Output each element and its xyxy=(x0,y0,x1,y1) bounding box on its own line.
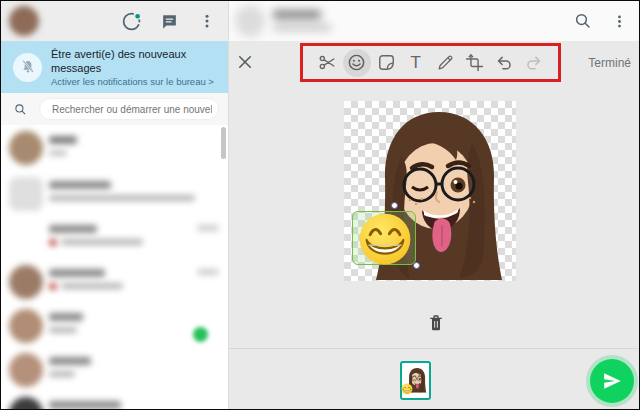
sidebar-scrollbar[interactable] xyxy=(221,127,226,159)
thumbnail-emoji xyxy=(401,383,413,395)
contact-info-blurred[interactable] xyxy=(233,3,333,39)
send-button[interactable] xyxy=(590,359,634,403)
menu-kebab-icon[interactable] xyxy=(196,10,218,32)
contact-avatar xyxy=(235,5,265,37)
trash-icon[interactable] xyxy=(425,311,447,335)
editor-toolbar: T xyxy=(229,41,640,85)
emoji-tool-icon[interactable] xyxy=(343,49,371,77)
search-row xyxy=(1,93,228,125)
search-icon xyxy=(14,102,27,120)
redo-icon[interactable] xyxy=(520,49,548,77)
chat-list xyxy=(1,125,228,410)
conversation-header xyxy=(229,1,640,41)
grinning-emoji-sticker[interactable] xyxy=(357,211,413,267)
list-item[interactable] xyxy=(1,127,228,171)
text-tool-icon[interactable]: T xyxy=(402,49,430,77)
emoji-sticker-selection[interactable] xyxy=(352,211,416,265)
search-input[interactable] xyxy=(52,99,212,119)
new-chat-icon[interactable] xyxy=(158,10,180,32)
list-item[interactable] xyxy=(1,173,228,217)
main-panel: T xyxy=(228,1,640,410)
rotate-handle[interactable] xyxy=(391,202,398,209)
list-item[interactable] xyxy=(1,305,228,349)
sidebar: Être averti(e) des nouveaux messages Act… xyxy=(1,1,228,410)
bell-muted-icon xyxy=(13,53,42,82)
undo-icon[interactable] xyxy=(490,49,518,77)
whatsapp-web-window: Être averti(e) des nouveaux messages Act… xyxy=(0,0,640,410)
list-item[interactable] xyxy=(1,261,228,305)
close-icon[interactable] xyxy=(236,53,254,71)
avatar[interactable] xyxy=(9,6,39,36)
list-item[interactable] xyxy=(1,349,228,393)
search-icon[interactable] xyxy=(572,10,594,32)
send-icon xyxy=(601,370,623,392)
menu-kebab-icon[interactable] xyxy=(608,10,630,32)
resize-handle[interactable] xyxy=(413,262,420,269)
banner-subtitle[interactable]: Activer les notifications sur le bureau … xyxy=(51,76,228,88)
notifications-banner[interactable]: Être averti(e) des nouveaux messages Act… xyxy=(1,41,228,93)
crop-rotate-icon[interactable] xyxy=(461,49,489,77)
list-item[interactable] xyxy=(1,217,228,261)
list-item[interactable] xyxy=(1,393,228,410)
draw-pencil-icon[interactable] xyxy=(431,49,459,77)
toolbar-highlight-frame: T xyxy=(300,43,561,82)
sidebar-header xyxy=(1,1,228,41)
done-button[interactable]: Terminé xyxy=(588,41,631,85)
attachment-thumbnail[interactable] xyxy=(400,361,431,400)
cut-scissors-icon[interactable] xyxy=(313,49,341,77)
divider xyxy=(229,348,640,349)
status-icon[interactable] xyxy=(120,10,142,32)
banner-title: Être averti(e) des nouveaux messages xyxy=(51,47,228,75)
unread-badge xyxy=(193,327,208,342)
editor-canvas[interactable] xyxy=(344,101,516,281)
sticker-tool-icon[interactable] xyxy=(372,49,400,77)
